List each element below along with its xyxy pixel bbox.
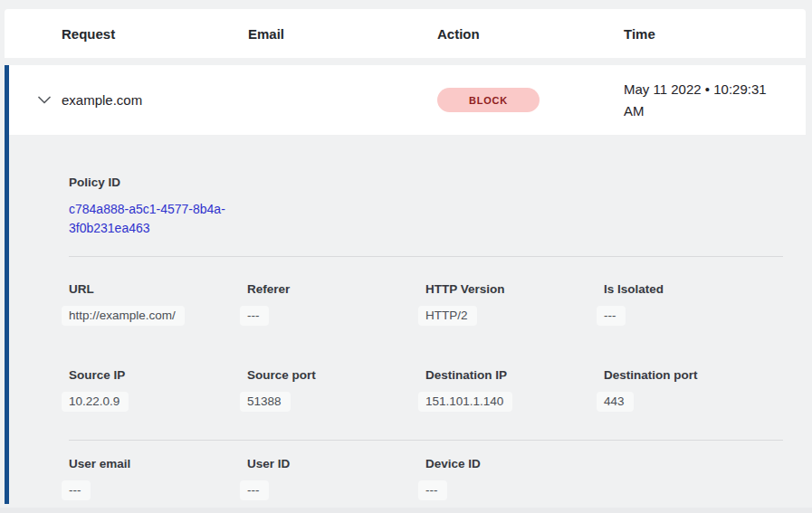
- source-ip-field: Source IP 10.22.0.9: [69, 367, 247, 409]
- row-time-value: May 11 2022 • 10:29:31 AM: [624, 79, 787, 122]
- row-request-value: example.com: [62, 92, 248, 108]
- user-email-field: User email ---: [69, 456, 247, 498]
- source-port-field: Source port 51388: [247, 367, 425, 409]
- device-id-label: Device ID: [425, 456, 604, 471]
- policy-id-link[interactable]: c784a888-a5c1-4577-8b4a-3f0b231ea463: [69, 200, 243, 238]
- row-details-panel: Policy ID c784a888-a5c1-4577-8b4a-3f0b23…: [5, 135, 806, 504]
- is-isolated-field: Is Isolated ---: [604, 281, 782, 323]
- user-id-label: User ID: [247, 456, 425, 471]
- table-row-expanded[interactable]: example.com BLOCK May 11 2022 • 10:29:31…: [5, 65, 806, 135]
- device-id-field: Device ID ---: [425, 456, 604, 498]
- policy-id-field: Policy ID c784a888-a5c1-4577-8b4a-3f0b23…: [69, 175, 783, 238]
- next-row-edge: [0, 508, 812, 513]
- request-log-table: Request Email Action Time example.com BL…: [5, 9, 806, 504]
- user-email-value[interactable]: ---: [62, 480, 91, 500]
- header-row-gap: [5, 58, 806, 65]
- url-value[interactable]: http://example.com/: [62, 306, 185, 326]
- policy-id-label: Policy ID: [69, 175, 783, 190]
- http-version-value[interactable]: HTTP/2: [418, 306, 477, 326]
- details-grid-row: Source IP 10.22.0.9 Source port 51388 De…: [69, 367, 783, 409]
- referer-label: Referer: [247, 281, 425, 297]
- http-version-label: HTTP Version: [425, 281, 604, 297]
- column-header-action: Action: [437, 26, 624, 42]
- referer-value[interactable]: ---: [240, 306, 269, 326]
- chevron-down-icon[interactable]: [36, 92, 53, 109]
- source-ip-label: Source IP: [69, 367, 247, 383]
- is-isolated-value[interactable]: ---: [597, 306, 626, 326]
- destination-port-value[interactable]: 443: [597, 392, 634, 412]
- action-block-badge: BLOCK: [437, 88, 540, 112]
- source-ip-value[interactable]: 10.22.0.9: [62, 392, 129, 412]
- source-port-label: Source port: [247, 367, 425, 383]
- details-divider: [69, 440, 783, 441]
- column-header-time: Time: [624, 26, 806, 42]
- destination-ip-label: Destination IP: [425, 367, 604, 383]
- table-header-row: Request Email Action Time: [5, 9, 806, 58]
- http-version-field: HTTP Version HTTP/2: [425, 281, 604, 323]
- details-divider: [69, 256, 783, 257]
- user-id-value[interactable]: ---: [240, 480, 269, 500]
- user-email-label: User email: [69, 456, 247, 471]
- url-label: URL: [69, 281, 247, 297]
- url-field: URL http://example.com/: [69, 281, 247, 323]
- destination-ip-field: Destination IP 151.101.1.140: [425, 367, 604, 409]
- source-port-value[interactable]: 51388: [240, 392, 291, 412]
- destination-ip-value[interactable]: 151.101.1.140: [418, 392, 512, 412]
- device-id-value[interactable]: ---: [418, 480, 447, 500]
- log-page: Request Email Action Time example.com BL…: [0, 0, 812, 513]
- destination-port-field: Destination port 443: [604, 367, 782, 409]
- details-grid-row: URL http://example.com/ Referer --- HTTP…: [69, 281, 783, 323]
- details-grid-row: User email --- User ID --- Device ID ---: [69, 456, 783, 498]
- column-header-email: Email: [248, 26, 437, 42]
- destination-port-label: Destination port: [604, 367, 782, 383]
- is-isolated-label: Is Isolated: [604, 281, 782, 297]
- user-id-field: User ID ---: [247, 456, 425, 498]
- column-header-request: Request: [62, 26, 248, 42]
- referer-field: Referer ---: [247, 281, 425, 323]
